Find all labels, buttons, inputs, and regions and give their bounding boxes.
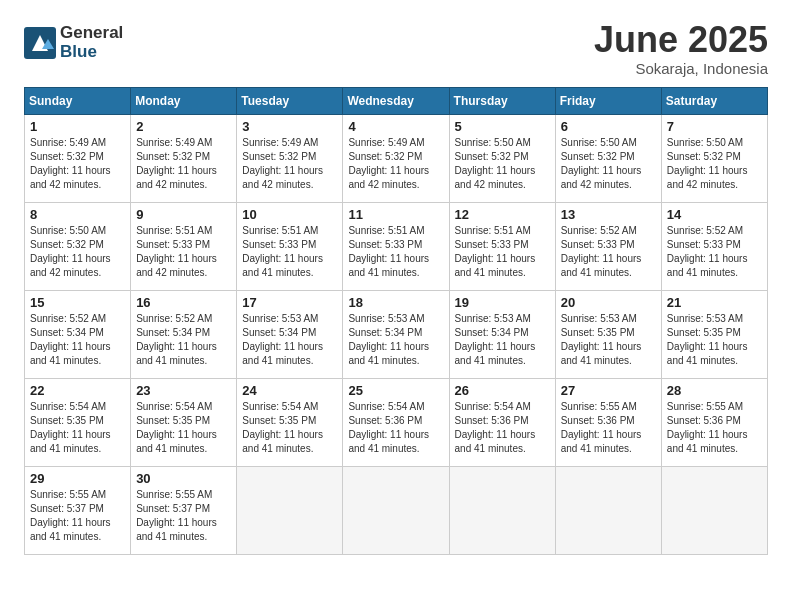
day-cell-17: 17 Sunrise: 5:53 AM Sunset: 5:34 PM Dayl… (237, 290, 343, 378)
day-cell-20: 20 Sunrise: 5:53 AM Sunset: 5:35 PM Dayl… (555, 290, 661, 378)
day-cell-14: 14 Sunrise: 5:52 AM Sunset: 5:33 PM Dayl… (661, 202, 767, 290)
cell-content-2: Sunrise: 5:49 AM Sunset: 5:32 PM Dayligh… (136, 136, 231, 192)
cell-content-10: Sunrise: 5:51 AM Sunset: 5:33 PM Dayligh… (242, 224, 337, 280)
day-number-10: 10 (242, 207, 337, 222)
day-number-14: 14 (667, 207, 762, 222)
day-cell-27: 27 Sunrise: 5:55 AM Sunset: 5:36 PM Dayl… (555, 378, 661, 466)
calendar-row: 22 Sunrise: 5:54 AM Sunset: 5:35 PM Dayl… (25, 378, 768, 466)
day-number-11: 11 (348, 207, 443, 222)
day-number-7: 7 (667, 119, 762, 134)
day-number-6: 6 (561, 119, 656, 134)
cell-content-7: Sunrise: 5:50 AM Sunset: 5:32 PM Dayligh… (667, 136, 762, 192)
day-cell-28: 28 Sunrise: 5:55 AM Sunset: 5:36 PM Dayl… (661, 378, 767, 466)
day-cell-15: 15 Sunrise: 5:52 AM Sunset: 5:34 PM Dayl… (25, 290, 131, 378)
cell-content-14: Sunrise: 5:52 AM Sunset: 5:33 PM Dayligh… (667, 224, 762, 280)
calendar-row: 8 Sunrise: 5:50 AM Sunset: 5:32 PM Dayli… (25, 202, 768, 290)
day-cell-26: 26 Sunrise: 5:54 AM Sunset: 5:36 PM Dayl… (449, 378, 555, 466)
logo-text: General Blue (60, 24, 123, 61)
cell-content-26: Sunrise: 5:54 AM Sunset: 5:36 PM Dayligh… (455, 400, 550, 456)
day-number-22: 22 (30, 383, 125, 398)
day-cell-9: 9 Sunrise: 5:51 AM Sunset: 5:33 PM Dayli… (131, 202, 237, 290)
cell-content-27: Sunrise: 5:55 AM Sunset: 5:36 PM Dayligh… (561, 400, 656, 456)
day-cell-1: 1 Sunrise: 5:49 AM Sunset: 5:32 PM Dayli… (25, 114, 131, 202)
cell-content-30: Sunrise: 5:55 AM Sunset: 5:37 PM Dayligh… (136, 488, 231, 544)
col-thursday: Thursday (449, 87, 555, 114)
cell-content-23: Sunrise: 5:54 AM Sunset: 5:35 PM Dayligh… (136, 400, 231, 456)
day-number-24: 24 (242, 383, 337, 398)
day-cell-10: 10 Sunrise: 5:51 AM Sunset: 5:33 PM Dayl… (237, 202, 343, 290)
day-cell-4: 4 Sunrise: 5:49 AM Sunset: 5:32 PM Dayli… (343, 114, 449, 202)
cell-content-11: Sunrise: 5:51 AM Sunset: 5:33 PM Dayligh… (348, 224, 443, 280)
logo-icon (24, 27, 56, 59)
cell-content-24: Sunrise: 5:54 AM Sunset: 5:35 PM Dayligh… (242, 400, 337, 456)
logo: General Blue (24, 24, 123, 61)
day-cell-30: 30 Sunrise: 5:55 AM Sunset: 5:37 PM Dayl… (131, 466, 237, 554)
day-number-30: 30 (136, 471, 231, 486)
logo-blue: Blue (60, 43, 123, 62)
cell-content-16: Sunrise: 5:52 AM Sunset: 5:34 PM Dayligh… (136, 312, 231, 368)
day-cell-6: 6 Sunrise: 5:50 AM Sunset: 5:32 PM Dayli… (555, 114, 661, 202)
cell-content-18: Sunrise: 5:53 AM Sunset: 5:34 PM Dayligh… (348, 312, 443, 368)
calendar-row: 1 Sunrise: 5:49 AM Sunset: 5:32 PM Dayli… (25, 114, 768, 202)
cell-content-12: Sunrise: 5:51 AM Sunset: 5:33 PM Dayligh… (455, 224, 550, 280)
empty-cell (449, 466, 555, 554)
cell-content-15: Sunrise: 5:52 AM Sunset: 5:34 PM Dayligh… (30, 312, 125, 368)
day-cell-19: 19 Sunrise: 5:53 AM Sunset: 5:34 PM Dayl… (449, 290, 555, 378)
cell-content-29: Sunrise: 5:55 AM Sunset: 5:37 PM Dayligh… (30, 488, 125, 544)
col-wednesday: Wednesday (343, 87, 449, 114)
day-number-23: 23 (136, 383, 231, 398)
day-number-1: 1 (30, 119, 125, 134)
col-friday: Friday (555, 87, 661, 114)
day-cell-12: 12 Sunrise: 5:51 AM Sunset: 5:33 PM Dayl… (449, 202, 555, 290)
day-cell-18: 18 Sunrise: 5:53 AM Sunset: 5:34 PM Dayl… (343, 290, 449, 378)
logo-general: General (60, 24, 123, 43)
page-header: General Blue June 2025 Sokaraja, Indones… (24, 20, 768, 77)
day-number-15: 15 (30, 295, 125, 310)
day-number-19: 19 (455, 295, 550, 310)
cell-content-22: Sunrise: 5:54 AM Sunset: 5:35 PM Dayligh… (30, 400, 125, 456)
empty-cell (661, 466, 767, 554)
day-cell-11: 11 Sunrise: 5:51 AM Sunset: 5:33 PM Dayl… (343, 202, 449, 290)
cell-content-3: Sunrise: 5:49 AM Sunset: 5:32 PM Dayligh… (242, 136, 337, 192)
title-area: June 2025 Sokaraja, Indonesia (594, 20, 768, 77)
col-monday: Monday (131, 87, 237, 114)
day-cell-22: 22 Sunrise: 5:54 AM Sunset: 5:35 PM Dayl… (25, 378, 131, 466)
col-saturday: Saturday (661, 87, 767, 114)
cell-content-9: Sunrise: 5:51 AM Sunset: 5:33 PM Dayligh… (136, 224, 231, 280)
cell-content-8: Sunrise: 5:50 AM Sunset: 5:32 PM Dayligh… (30, 224, 125, 280)
empty-cell (555, 466, 661, 554)
cell-content-1: Sunrise: 5:49 AM Sunset: 5:32 PM Dayligh… (30, 136, 125, 192)
day-number-26: 26 (455, 383, 550, 398)
cell-content-21: Sunrise: 5:53 AM Sunset: 5:35 PM Dayligh… (667, 312, 762, 368)
day-number-3: 3 (242, 119, 337, 134)
day-cell-2: 2 Sunrise: 5:49 AM Sunset: 5:32 PM Dayli… (131, 114, 237, 202)
day-cell-13: 13 Sunrise: 5:52 AM Sunset: 5:33 PM Dayl… (555, 202, 661, 290)
day-cell-7: 7 Sunrise: 5:50 AM Sunset: 5:32 PM Dayli… (661, 114, 767, 202)
location-title: Sokaraja, Indonesia (594, 60, 768, 77)
cell-content-13: Sunrise: 5:52 AM Sunset: 5:33 PM Dayligh… (561, 224, 656, 280)
cell-content-4: Sunrise: 5:49 AM Sunset: 5:32 PM Dayligh… (348, 136, 443, 192)
calendar-table: Sunday Monday Tuesday Wednesday Thursday… (24, 87, 768, 555)
day-number-13: 13 (561, 207, 656, 222)
day-cell-3: 3 Sunrise: 5:49 AM Sunset: 5:32 PM Dayli… (237, 114, 343, 202)
cell-content-17: Sunrise: 5:53 AM Sunset: 5:34 PM Dayligh… (242, 312, 337, 368)
cell-content-19: Sunrise: 5:53 AM Sunset: 5:34 PM Dayligh… (455, 312, 550, 368)
day-number-18: 18 (348, 295, 443, 310)
day-cell-8: 8 Sunrise: 5:50 AM Sunset: 5:32 PM Dayli… (25, 202, 131, 290)
day-cell-16: 16 Sunrise: 5:52 AM Sunset: 5:34 PM Dayl… (131, 290, 237, 378)
empty-cell (237, 466, 343, 554)
day-number-2: 2 (136, 119, 231, 134)
cell-content-28: Sunrise: 5:55 AM Sunset: 5:36 PM Dayligh… (667, 400, 762, 456)
cell-content-25: Sunrise: 5:54 AM Sunset: 5:36 PM Dayligh… (348, 400, 443, 456)
col-tuesday: Tuesday (237, 87, 343, 114)
day-number-29: 29 (30, 471, 125, 486)
day-number-21: 21 (667, 295, 762, 310)
cell-content-6: Sunrise: 5:50 AM Sunset: 5:32 PM Dayligh… (561, 136, 656, 192)
header-row: Sunday Monday Tuesday Wednesday Thursday… (25, 87, 768, 114)
day-cell-5: 5 Sunrise: 5:50 AM Sunset: 5:32 PM Dayli… (449, 114, 555, 202)
month-title: June 2025 (594, 20, 768, 60)
calendar-row: 15 Sunrise: 5:52 AM Sunset: 5:34 PM Dayl… (25, 290, 768, 378)
day-number-12: 12 (455, 207, 550, 222)
day-number-17: 17 (242, 295, 337, 310)
day-number-20: 20 (561, 295, 656, 310)
